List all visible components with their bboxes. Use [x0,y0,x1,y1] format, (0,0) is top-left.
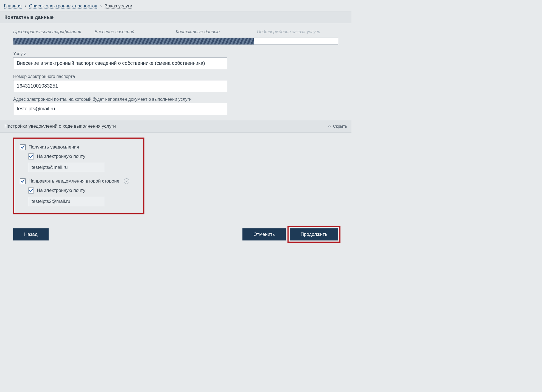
checkmark-icon [29,154,33,159]
breadcrumb-list[interactable]: Список электронных паспортов [29,3,97,9]
email2-row: На электронную почту [28,187,138,194]
action-bar: Назад Отменить Продолжить [13,222,338,248]
continue-button[interactable]: Продолжить [290,228,338,240]
send-other-checkbox[interactable] [20,178,26,184]
notification-email2-input[interactable]: testelpts2@mail.ru [28,197,105,206]
content: Предварительная тарификация Внесение све… [0,23,351,254]
field-passport: Номер электронного паспорта 164311001083… [13,74,338,92]
wizard-step-2: Внесение сведений [94,29,176,34]
email1-checkbox[interactable] [28,153,34,159]
collapse-toggle[interactable]: Скрыть [328,124,347,128]
receive-notifications-label: Получать уведомления [29,144,79,150]
email1-label: На электронную почту [37,154,85,159]
progress-bar [13,38,338,45]
notifications-header: Настройки уведомлений о ходе выполнения … [0,120,351,133]
chevron-up-icon [328,124,331,128]
back-button[interactable]: Назад [13,228,49,240]
spacer [52,228,239,240]
send-other-label: Направлять уведомления второй стороне [29,178,119,184]
checkmark-icon [29,188,33,193]
send-other-row: Направлять уведомления второй стороне ? [20,178,138,184]
checkmark-icon [21,179,25,183]
breadcrumb-home[interactable]: Главная [4,3,22,9]
receive-notifications-checkbox[interactable] [20,144,26,150]
chevron-right-icon: › [24,3,26,9]
email2-label: На электронную почту [37,188,85,193]
cancel-button[interactable]: Отменить [242,228,286,240]
notification-email1-input[interactable]: testelpts@mail.ru [28,163,105,172]
checkmark-icon [21,145,25,149]
email-label: Адрес электронной почты, на который буде… [13,97,338,102]
breadcrumb: Главная › Список электронных паспортов ›… [0,0,351,12]
progress-fill [13,38,254,44]
passport-label: Номер электронного паспорта [13,74,338,79]
email1-row: На электронную почту [28,153,138,159]
section-title: Контактные данные [0,12,351,23]
email2-checkbox[interactable] [28,187,34,194]
service-label: Услуга [13,51,338,56]
wizard-steps: Предварительная тарификация Внесение све… [10,23,342,38]
breadcrumb-current: Заказ услуги [105,3,132,9]
service-value: Внесение в электронный паспорт сведений … [13,57,227,69]
wizard-step-4: Подтверждение заказа услуги [257,29,338,34]
receive-notifications-row: Получать уведомления [20,144,138,150]
collapse-label: Скрыть [333,124,347,128]
help-icon[interactable]: ? [124,178,129,184]
wizard-step-3: Контактные данные [176,29,257,34]
email-value[interactable]: testelpts@mail.ru [13,103,227,115]
wizard-step-1: Предварительная тарификация [13,29,94,34]
chevron-right-icon: › [100,3,102,9]
passport-value: 164311001083251 [13,80,227,92]
page-root: Главная › Список электронных паспортов ›… [0,0,351,254]
notifications-settings-highlighted: Получать уведомления На электронную почт… [13,138,144,214]
notifications-title: Настройки уведомлений о ходе выполнения … [4,124,116,129]
field-email: Адрес электронной почты, на который буде… [13,97,338,115]
field-service: Услуга Внесение в электронный паспорт св… [13,51,338,69]
